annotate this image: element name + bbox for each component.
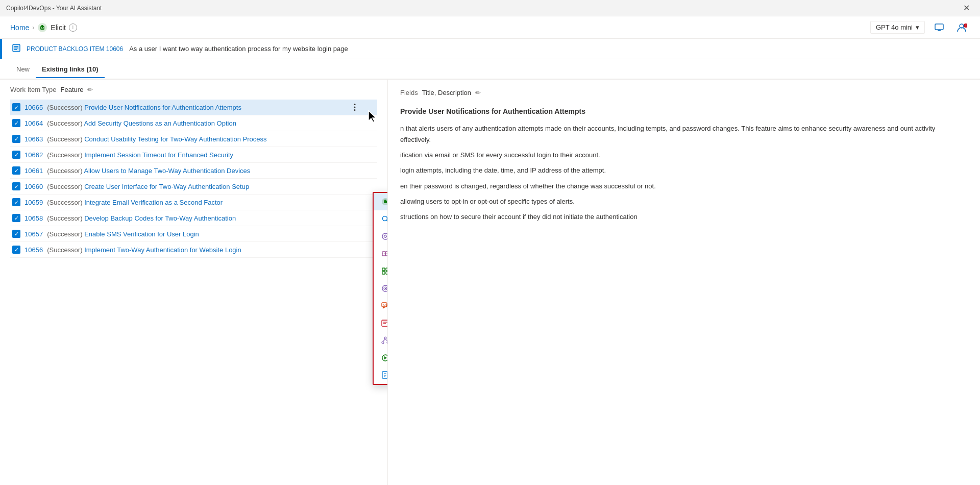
work-item-type-edit-icon[interactable]: ✏ — [87, 86, 93, 93]
work-item-row[interactable]: 10661 (Successor) Allow Users to Manage … — [10, 163, 377, 179]
context-menu-item[interactable]: Generate — [374, 349, 388, 367]
context-menu-item[interactable]: Create No-code prototype — [374, 262, 388, 280]
context-menu-item[interactable]: Analyze — [374, 210, 388, 228]
work-item-checkbox[interactable] — [12, 230, 20, 238]
title-bar-title: Copilot4DevOps - Your AI Assistant — [6, 5, 102, 12]
work-item-row[interactable]: 10658 (Successor) Develop Backup Codes f… — [10, 210, 377, 226]
work-item-row[interactable]: 10662 (Successor) Implement Session Time… — [10, 147, 377, 163]
menu-item-icon — [381, 249, 388, 258]
work-item-row[interactable]: 10664 (Successor) Add Security Questions… — [10, 115, 377, 131]
gpt-selector[interactable]: GPT 4o mini ▾ — [870, 21, 925, 34]
work-item-title-link[interactable]: Conduct Usability Testing for Two-Way Au… — [84, 135, 266, 143]
user-icon-button[interactable]: ! — [953, 19, 970, 36]
work-item-list: 10665 (Successor) Provide User Notificat… — [10, 100, 377, 258]
work-item-title-link[interactable]: Integrate Email Verification as a Second… — [84, 199, 223, 206]
work-item-checkbox[interactable] — [12, 214, 20, 222]
work-item-link[interactable]: PRODUCT BACKLOG ITEM 10606 — [27, 45, 123, 53]
menu-item-icon — [381, 214, 388, 224]
right-panel-paragraph: n that alerts users of any authenticatio… — [400, 123, 968, 146]
work-item-id: 10658 — [24, 214, 43, 222]
svg-point-17 — [354, 104, 356, 105]
context-menu-item[interactable]: Elicit — [374, 193, 388, 210]
menu-item-icon — [381, 371, 388, 380]
work-item-title-link[interactable]: Implement Two-Way Authentication for Web… — [84, 246, 241, 254]
svg-point-41 — [384, 337, 386, 339]
context-menu-item[interactable]: Convert — [374, 228, 388, 245]
work-item-row[interactable]: 10665 (Successor) Provide User Notificat… — [10, 100, 377, 115]
work-item-text: (Successor) Integrate Email Verification… — [47, 199, 223, 206]
elicit-icon — [37, 22, 47, 33]
work-item-checkbox[interactable] — [12, 198, 20, 206]
context-menu-item[interactable]: Dynamic Prompt — [374, 314, 388, 332]
work-item-row[interactable]: 10659 (Successor) Integrate Email Verifi… — [10, 195, 377, 210]
work-item-title-link[interactable]: Provide User Notifications for Authentic… — [84, 104, 241, 111]
work-item-successor: (Successor) — [47, 104, 84, 111]
work-item-title: As a user I want two way authentication … — [129, 45, 348, 53]
menu-item-icon — [381, 284, 388, 293]
work-item-checkbox[interactable] — [12, 103, 20, 111]
work-item-row[interactable]: 10656 (Successor) Implement Two-Way Auth… — [10, 242, 377, 258]
work-item-title-link[interactable]: Create User Interface for Two-Way Authen… — [84, 183, 249, 190]
right-panel-paragraph: allowing users to opt-in or opt-out of s… — [400, 196, 968, 207]
work-item-id: 10663 — [24, 135, 43, 143]
svg-point-35 — [385, 288, 386, 289]
svg-point-43 — [387, 342, 388, 344]
menu-item-icon: Q&A — [381, 301, 388, 310]
context-menu: Elicit Analyze Convert Transform Create … — [373, 192, 388, 385]
svg-point-3 — [41, 27, 42, 28]
work-item-text: (Successor) Provide User Notifications f… — [47, 104, 241, 111]
fields-edit-icon[interactable]: ✏ — [475, 88, 481, 99]
svg-line-44 — [383, 339, 385, 342]
header: Home › Elicit i GPT 4o mini ▾ — [0, 16, 980, 39]
work-item-checkbox[interactable] — [12, 166, 20, 175]
breadcrumb-current: Elicit i — [37, 22, 77, 33]
work-item-row[interactable]: 10663 (Successor) Conduct Usability Test… — [10, 131, 377, 147]
work-item-title-link[interactable]: Add Security Questions as an Authenticat… — [84, 119, 236, 127]
context-menu-item[interactable]: Transform — [374, 245, 388, 262]
work-item-checkbox[interactable] — [12, 182, 20, 190]
work-item-checkbox[interactable] — [12, 151, 20, 159]
breadcrumb-separator: › — [32, 24, 34, 31]
close-button[interactable]: ✕ — [959, 2, 974, 14]
work-item-text: (Successor) Implement Two-Way Authentica… — [47, 246, 241, 254]
work-item-successor: (Successor) — [47, 183, 84, 190]
work-item-text: (Successor) Create User Interface for Tw… — [47, 183, 249, 190]
info-icon[interactable]: i — [69, 23, 77, 32]
context-menu-item[interactable]: Q&A Q&A Assistant — [374, 297, 388, 314]
gpt-selector-label: GPT 4o mini — [876, 23, 913, 31]
work-item-title-link[interactable]: Implement Session Timeout for Enhanced S… — [84, 151, 233, 159]
breadcrumb: Home › Elicit i — [10, 22, 77, 33]
work-item-id: 10664 — [24, 119, 43, 127]
breadcrumb-home[interactable]: Home — [10, 23, 29, 32]
menu-item-icon — [381, 319, 388, 328]
work-item-row[interactable]: 10657 (Successor) Enable SMS Verificatio… — [10, 226, 377, 242]
work-item-title-link[interactable]: Enable SMS Verification for User Login — [84, 230, 199, 238]
main-content: Work Item Type Feature ✏ 10665 (Successo… — [0, 80, 980, 485]
work-item-successor: (Successor) — [47, 214, 84, 222]
work-item-row[interactable]: 10660 (Successor) Create User Interface … — [10, 179, 377, 195]
work-item-title-link[interactable]: Allow Users to Manage Two-Way Authentica… — [84, 167, 250, 175]
tab-new[interactable]: New — [10, 61, 36, 78]
menu-item-icon — [381, 353, 388, 362]
work-item-bar: PRODUCT BACKLOG ITEM 10606 As a user I w… — [0, 39, 980, 59]
work-item-checkbox[interactable] — [12, 135, 20, 143]
svg-rect-30 — [386, 268, 388, 271]
svg-point-4 — [43, 27, 44, 28]
monitor-icon-button[interactable] — [931, 19, 947, 36]
work-item-text: (Successor) Enable SMS Verification for … — [47, 230, 199, 238]
context-menu-item[interactable]: Diagram — [374, 332, 388, 349]
menu-item-icon — [381, 197, 388, 206]
work-item-checkbox[interactable] — [12, 119, 20, 127]
work-item-checkbox[interactable] — [12, 246, 20, 254]
action-button[interactable] — [348, 100, 362, 114]
context-menu-item[interactable]: SOP/Document Generator — [374, 367, 388, 384]
work-item-id: 10659 — [24, 199, 43, 206]
work-item-successor: (Successor) — [47, 199, 84, 206]
context-menu-item[interactable]: Impact Assessment — [374, 280, 388, 297]
svg-line-45 — [385, 339, 388, 342]
left-panel: Work Item Type Feature ✏ 10665 (Successo… — [0, 80, 388, 485]
tab-existing-links[interactable]: Existing links (10) — [36, 61, 105, 78]
svg-point-19 — [354, 109, 356, 111]
svg-rect-5 — [41, 29, 43, 29]
work-item-title-link[interactable]: Develop Backup Codes for Two-Way Authent… — [84, 214, 236, 222]
